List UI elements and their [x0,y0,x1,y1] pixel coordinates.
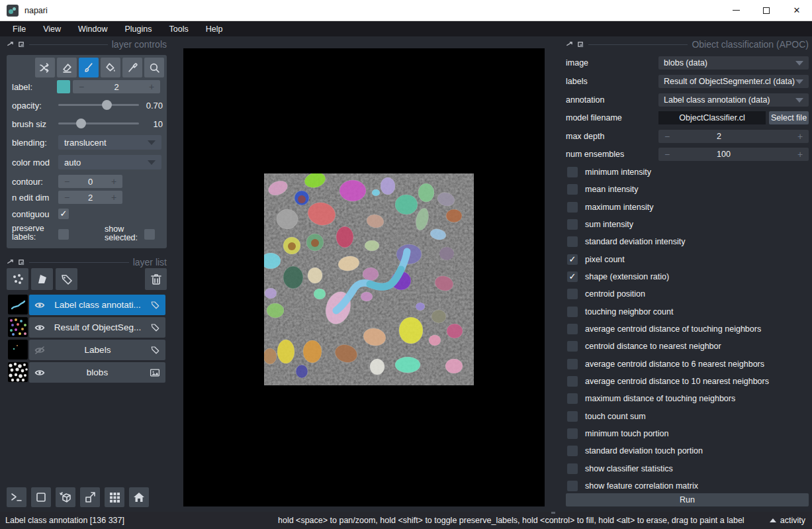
feature-checkbox[interactable] [567,307,578,317]
image-dropdown[interactable]: blobs (data) [658,56,809,70]
visibility-eye-icon[interactable] [34,300,45,311]
layer-row-blobs[interactable]: blobs [29,362,165,383]
increment-icon[interactable]: + [143,81,160,92]
feature-checkbox[interactable] [567,359,578,369]
hide-panel-icon[interactable] [577,41,584,48]
viewer-canvas[interactable] [183,48,545,506]
rotate-3d-button[interactable] [56,487,75,507]
fill-button[interactable] [101,58,120,77]
blending-dropdown[interactable]: translucent [58,135,161,150]
feature-checkbox[interactable] [567,481,578,491]
menu-window[interactable]: Window [69,21,116,36]
new-points-layer-button[interactable] [7,268,28,290]
n-edit-dim-spinbox[interactable]: − 2 + [58,191,122,204]
layer-row-result-of-objectsegmenter[interactable]: Result of ObjectSeg... [29,317,165,338]
menu-view[interactable]: View [34,21,69,36]
num-ensembles-spinbox[interactable]: − 100 + [658,148,809,161]
decrement-icon[interactable]: − [58,192,75,203]
activity-toggle[interactable]: activity [770,516,805,525]
feature-checkbox[interactable] [567,289,578,299]
decrement-icon[interactable]: − [658,149,676,160]
decrement-icon[interactable]: − [658,131,676,142]
label-color-swatch[interactable] [57,80,70,93]
menu-help[interactable]: Help [197,21,232,36]
maximize-button[interactable] [751,0,782,21]
new-shapes-layer-button[interactable] [31,268,53,290]
grid-view-button[interactable] [105,487,124,507]
splitter-handle[interactable] [551,512,555,514]
feature-checkbox[interactable] [567,428,578,439]
max-depth-spinbox[interactable]: − 2 + [658,130,809,143]
feature-checkbox[interactable] [567,341,578,352]
maximize-icon [763,7,770,14]
feature-checkbox[interactable] [567,254,578,265]
menu-plugins[interactable]: Plugins [116,21,161,36]
increment-icon[interactable]: + [105,176,122,187]
feature-checkbox[interactable] [567,184,578,195]
feature-checkbox[interactable] [567,202,578,213]
menu-file[interactable]: File [4,21,34,36]
decrement-icon[interactable]: − [73,81,90,92]
contour-value[interactable]: 0 [75,177,105,187]
increment-icon[interactable]: + [105,192,122,203]
label-spinbox[interactable]: − 2 + [73,80,160,93]
pan-zoom-button[interactable] [144,58,164,77]
float-panel-icon[interactable] [7,259,14,266]
label-value[interactable]: 2 [90,82,143,92]
feature-checkbox[interactable] [567,219,578,230]
feature-checkbox[interactable] [567,376,578,387]
feature-checkbox[interactable] [567,271,578,282]
feature-checkbox[interactable] [567,167,578,177]
close-button[interactable]: ✕ [782,0,812,21]
annotation-dropdown[interactable]: Label class annotation (data) [658,93,809,107]
feature-checkbox[interactable] [567,411,578,422]
labels-dropdown[interactable]: Result of ObjectSegmenter.cl (data) [658,75,809,88]
layer-row-labels[interactable]: Labels [29,340,165,360]
erase-button[interactable] [57,58,77,77]
increment-icon[interactable]: + [791,131,809,142]
brush-size-slider[interactable] [58,117,139,130]
color-picker-button[interactable] [122,58,142,77]
paint-button[interactable] [79,58,99,77]
contiguous-checkbox[interactable] [58,209,69,219]
hide-panel-icon[interactable] [18,41,25,48]
slider-handle[interactable] [102,100,112,110]
menu-tools[interactable]: Tools [161,21,197,36]
header-divider [29,262,129,263]
float-panel-icon[interactable] [7,41,14,48]
feature-checkbox[interactable] [567,324,578,334]
new-labels-layer-button[interactable] [56,268,77,290]
feature-checkbox[interactable] [567,463,578,474]
model-filename-input[interactable]: ObjectClassifier.cl [658,111,766,124]
layer-row-label-class-annotation[interactable]: Label class annotati... [29,295,165,315]
color-mode-dropdown[interactable]: auto [58,155,161,169]
shuffle-colors-button[interactable] [35,58,55,77]
console-button[interactable] [7,487,26,507]
opacity-slider[interactable] [58,99,139,112]
show-selected-checkbox[interactable] [144,229,155,240]
contour-spinbox[interactable]: − 0 + [58,175,122,188]
increment-icon[interactable]: + [791,149,809,160]
visibility-eye-icon[interactable] [34,322,45,333]
run-button[interactable]: Run [566,493,809,506]
ndisplay-2d-button[interactable] [31,487,51,507]
float-panel-icon[interactable] [566,41,573,48]
n-edit-dim-value[interactable]: 2 [75,193,105,203]
transpose-dims-button[interactable] [80,487,100,507]
feature-checkbox[interactable] [567,236,578,247]
hide-panel-icon[interactable] [18,259,25,266]
feature-label: show classifier statistics [585,464,673,473]
visibility-eye-icon-hidden[interactable] [34,345,45,356]
delete-layer-button[interactable] [145,268,167,290]
slider-handle[interactable] [76,119,86,128]
feature-checkbox[interactable] [567,393,578,404]
home-reset-view-button[interactable] [129,487,149,507]
feature-checkbox[interactable] [567,446,578,456]
select-file-button[interactable]: Select file [769,111,809,124]
max-depth-value[interactable]: 2 [717,132,721,141]
preserve-labels-checkbox[interactable] [58,229,69,240]
decrement-icon[interactable]: − [58,176,75,187]
num-ensembles-value[interactable]: 100 [717,150,731,159]
minimize-button[interactable] [721,0,751,21]
visibility-eye-icon[interactable] [34,367,45,378]
